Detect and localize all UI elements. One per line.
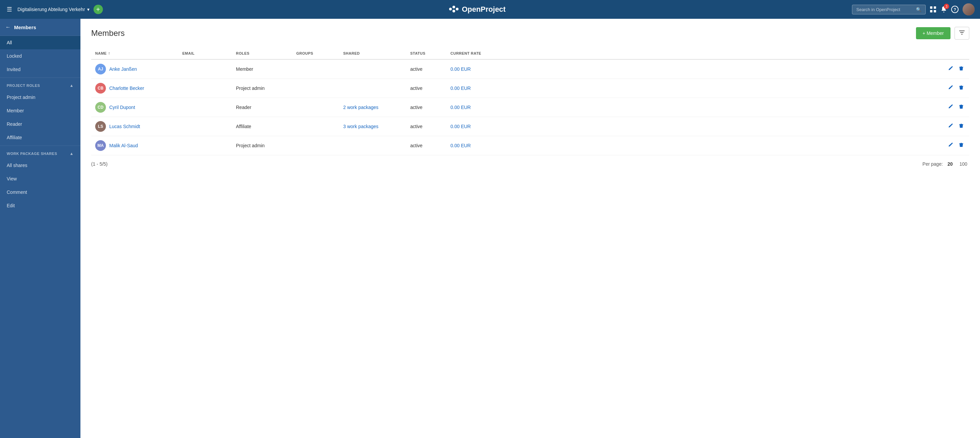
grid-icon	[930, 6, 936, 13]
rate-link-5[interactable]: 0.00 EUR	[450, 143, 471, 148]
edit-member-button-3[interactable]	[947, 103, 955, 112]
app-logo: OpenProject	[449, 5, 506, 14]
cell-rate-1: 0.00 EUR	[446, 59, 942, 79]
edit-member-button-1[interactable]	[947, 64, 955, 74]
user-avatar[interactable]	[963, 3, 975, 16]
member-name-link-3[interactable]: Cyril Dupont	[109, 105, 135, 110]
cell-status-5: active	[406, 136, 446, 155]
cell-shared-2	[339, 79, 406, 98]
delete-member-button-2[interactable]	[957, 83, 965, 93]
table-footer: (1 - 5/5) Per page: 20 100	[91, 161, 969, 167]
pagination-range: (1 - 5/5)	[91, 161, 108, 167]
project-selector[interactable]: Digitalisierung Abteilung Verkehr ▾	[18, 7, 89, 12]
edit-member-button-2[interactable]	[947, 83, 955, 93]
svg-rect-16	[961, 86, 962, 86]
per-page-selector: Per page: 20 100	[922, 161, 969, 167]
col-status: STATUS	[406, 48, 446, 59]
col-current-rate: CURRENT RATE	[446, 48, 942, 59]
sidebar-item-locked-label: Locked	[7, 53, 22, 59]
col-email: EMAIL	[178, 48, 232, 59]
cell-email-3	[178, 98, 232, 117]
app-body: ← Members All Locked Invited PROJECT ROL…	[0, 19, 980, 438]
svg-rect-1	[452, 6, 455, 8]
project-roles-section-header: PROJECT ROLES ▲	[0, 79, 80, 91]
add-project-button[interactable]: +	[94, 5, 103, 14]
svg-rect-14	[961, 67, 962, 67]
cell-groups-4	[292, 117, 339, 136]
cell-email-1	[178, 59, 232, 79]
per-page-100[interactable]: 100	[958, 161, 969, 167]
search-box[interactable]: 🔍	[852, 5, 926, 14]
sidebar-item-all-shares-label: All shares	[7, 162, 27, 168]
svg-rect-5	[934, 6, 936, 9]
sidebar-item-edit[interactable]: Edit	[0, 199, 80, 212]
sidebar-item-project-admin[interactable]: Project admin	[0, 91, 80, 104]
grid-menu-button[interactable]	[930, 6, 936, 13]
member-name-link-4[interactable]: Lucas Schmidt	[109, 124, 140, 129]
table-body: AJ Anke Janßen Member active 0.00 EUR	[91, 59, 969, 155]
logo-area: OpenProject	[107, 5, 848, 14]
sidebar-item-invited[interactable]: Invited	[0, 63, 80, 76]
member-name-link-5[interactable]: Malik Al-Saud	[109, 143, 138, 148]
shared-packages-link-4[interactable]: 3 work packages	[343, 124, 379, 129]
sidebar-item-view[interactable]: View	[0, 172, 80, 185]
edit-member-button-4[interactable]	[947, 122, 955, 131]
rate-link-4[interactable]: 0.00 EUR	[450, 124, 471, 129]
col-roles: ROLES	[232, 48, 292, 59]
table-row: AJ Anke Janßen Member active 0.00 EUR	[91, 59, 969, 79]
add-member-button[interactable]: + Member	[916, 27, 950, 39]
cell-email-2	[178, 79, 232, 98]
project-roles-label: PROJECT ROLES	[7, 83, 40, 88]
edit-icon	[948, 66, 953, 71]
cell-actions-3	[942, 98, 969, 117]
delete-icon	[959, 85, 964, 90]
cell-name-3: CD Cyril Dupont	[91, 98, 178, 117]
sidebar-item-comment[interactable]: Comment	[0, 185, 80, 199]
project-roles-chevron[interactable]: ▲	[70, 83, 74, 88]
search-input[interactable]	[856, 7, 913, 12]
rate-link-2[interactable]: 0.00 EUR	[450, 86, 471, 91]
per-page-20[interactable]: 20	[945, 161, 955, 167]
delete-member-button-1[interactable]	[957, 64, 965, 74]
per-page-label: Per page:	[922, 161, 943, 167]
cell-status-4: active	[406, 117, 446, 136]
sidebar-item-all[interactable]: All	[0, 36, 80, 49]
filter-icon	[959, 30, 965, 35]
cell-email-4	[178, 117, 232, 136]
col-name[interactable]: NAME ↑	[91, 48, 178, 59]
hamburger-menu[interactable]: ☰	[5, 4, 13, 14]
cell-actions-1	[942, 59, 969, 79]
member-avatar-1: AJ	[95, 64, 106, 75]
sidebar-item-all-shares[interactable]: All shares	[0, 159, 80, 172]
notification-badge: 3	[944, 4, 949, 9]
sidebar-item-reader[interactable]: Reader	[0, 117, 80, 131]
help-button[interactable]: ?	[951, 6, 959, 13]
cell-shared-3: 2 work packages	[339, 98, 406, 117]
delete-member-button-3[interactable]	[957, 103, 965, 112]
edit-icon	[948, 142, 953, 148]
work-package-shares-chevron[interactable]: ▲	[70, 151, 74, 156]
top-navigation: ☰ Digitalisierung Abteilung Verkehr ▾ + …	[0, 0, 980, 19]
sidebar-header: ← Members	[0, 19, 80, 36]
edit-icon	[948, 104, 953, 109]
sidebar-item-project-admin-label: Project admin	[7, 95, 35, 100]
rate-link-3[interactable]: 0.00 EUR	[450, 105, 471, 110]
member-name-link-2[interactable]: Charlotte Becker	[109, 86, 144, 91]
cell-groups-1	[292, 59, 339, 79]
filter-button[interactable]	[955, 27, 969, 40]
notifications-button[interactable]: 3	[940, 6, 947, 13]
edit-member-button-5[interactable]	[947, 141, 955, 150]
cell-role-3: Reader	[232, 98, 292, 117]
rate-link-1[interactable]: 0.00 EUR	[450, 67, 471, 72]
sidebar-item-member[interactable]: Member	[0, 104, 80, 117]
delete-member-button-5[interactable]	[957, 141, 965, 150]
sidebar-item-locked[interactable]: Locked	[0, 49, 80, 63]
delete-member-button-4[interactable]	[957, 122, 965, 131]
cell-rate-4: 0.00 EUR	[446, 117, 942, 136]
sidebar-item-affiliate[interactable]: Affiliate	[0, 131, 80, 144]
shared-packages-link-3[interactable]: 2 work packages	[343, 105, 379, 110]
sidebar-back-button[interactable]: ←	[5, 24, 11, 30]
edit-icon	[948, 85, 953, 90]
member-name-link-1[interactable]: Anke Janßen	[109, 67, 137, 72]
cell-status-1: active	[406, 59, 446, 79]
